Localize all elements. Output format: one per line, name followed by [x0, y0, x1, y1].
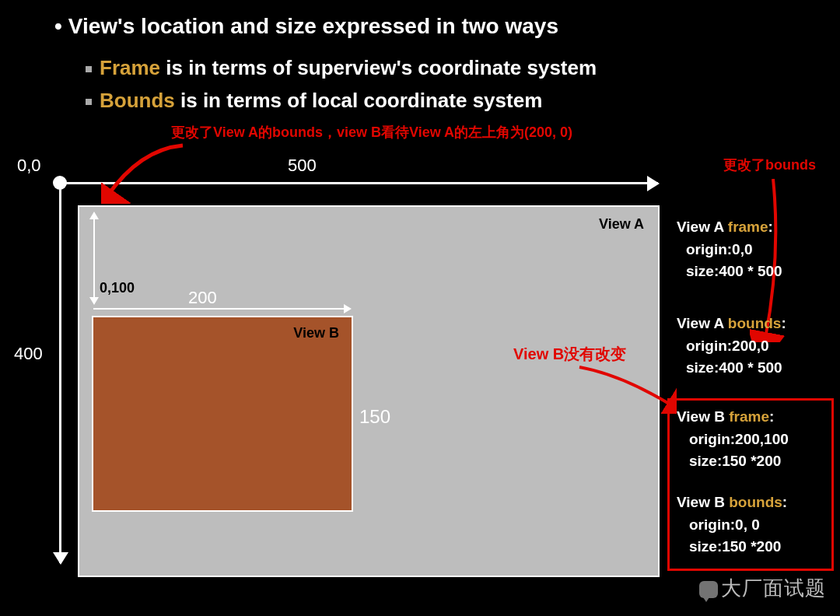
vert-span-label: 150 [359, 406, 390, 428]
inner-horizontal-arrow [93, 308, 350, 310]
slide: •View's location and size expressed in t… [0, 0, 840, 616]
panel-viewb-frame: View B frame: origin:200,100 size:150 *2… [677, 406, 789, 473]
axis-x-label: 500 [288, 156, 317, 176]
panel-viewa-bounds: View A bounds: origin:200,0 size:400 * 5… [677, 313, 786, 380]
bullet-bounds: Bounds is in terms of local coordinate s… [86, 89, 542, 113]
horiz-span-label: 200 [188, 288, 217, 308]
axis-y-label: 400 [14, 344, 43, 364]
chat-bubble-icon [699, 581, 718, 598]
view-b-rect: View B [92, 316, 353, 512]
bounds-rest: is in terms of local coordinate system [175, 89, 542, 112]
inner-vertical-arrow [93, 213, 95, 303]
annotation-right: 更改了bounds [723, 156, 816, 174]
bullet-main-text: View's location and size expressed in tw… [68, 14, 558, 38]
red-arrow-viewb-unchanged [576, 352, 677, 414]
view-a-label: View A [599, 216, 644, 233]
panel-viewb-bounds: View B bounds: origin:0, 0 size:150 *200 [677, 492, 787, 558]
red-arrow-to-origin [101, 142, 187, 204]
bounds-keyword: Bounds [100, 89, 175, 112]
frame-keyword: Frame [100, 56, 160, 79]
annotation-top: 更改了View A的bounds，view B看待View A的左上角为(200… [171, 123, 572, 142]
view-a-rect: View A 0,100 200 150 View B [78, 205, 660, 577]
axis-origin-label: 0,0 [17, 156, 41, 176]
view-b-label: View B [293, 325, 339, 341]
panel-viewa-frame: View A frame: origin:0,0 size:400 * 500 [677, 216, 782, 283]
watermark: 大厂面试题 [699, 575, 826, 602]
frame-rest: is in terms of superview's coordinate sy… [160, 56, 597, 79]
inner-point-label: 0,100 [100, 280, 135, 296]
bullet-main: •View's location and size expressed in t… [54, 14, 558, 39]
bullet-frame: Frame is in terms of superview's coordin… [86, 56, 597, 80]
y-axis-arrow [59, 182, 61, 563]
